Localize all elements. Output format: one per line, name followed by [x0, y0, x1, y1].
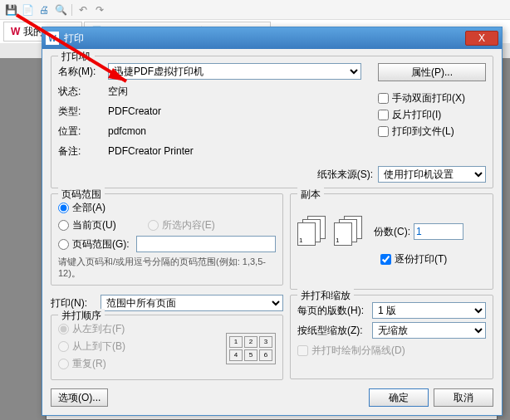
name-label: 名称(M):	[58, 65, 108, 79]
collate-checkbox[interactable]	[380, 254, 391, 265]
scale-label: 按纸型缩放(Z):	[297, 324, 372, 338]
group-title: 并打和缩放	[297, 289, 354, 303]
dialog-title: 打印	[64, 32, 84, 46]
scale-select[interactable]: 无缩放	[372, 322, 486, 339]
where-value: pdfcmon	[108, 125, 146, 137]
type-value: PDFCreator	[108, 105, 161, 117]
redo-icon[interactable]: ↷	[92, 2, 107, 17]
dialog-icon: W	[46, 32, 59, 45]
close-button[interactable]: X	[465, 31, 498, 46]
status-label: 状态:	[58, 85, 108, 99]
wps-icon: W	[11, 26, 20, 37]
tb-label: 从上到下(B)	[72, 339, 125, 354]
copies-group: 副本 3 2 1 3 2 1	[290, 193, 493, 290]
printwhat-select[interactable]: 范围中所有页面	[101, 295, 283, 311]
page-range-group: 页码范围 全部(A) 当前页(U) 所选内容(E) 页码范围(G): 请键入页码…	[51, 193, 283, 286]
cancel-button[interactable]: 取消	[434, 388, 493, 407]
zoom-group: 并打和缩放 每页的版数(H):1 版 按纸型缩放(Z):无缩放 并打时绘制分隔线…	[290, 295, 493, 379]
repeat-radio	[58, 359, 69, 369]
lr-label: 从左到右(F)	[72, 322, 125, 336]
collate-icon: 3 2 1 3 2 1	[297, 216, 365, 247]
tofile-label: 打印到文件(L)	[392, 125, 454, 139]
tb-radio	[58, 341, 69, 352]
pages-label: 页码范围(G):	[72, 237, 130, 252]
undo-icon[interactable]: ↶	[76, 2, 91, 17]
paper-source-label: 纸张来源(S):	[317, 168, 373, 182]
print-dialog: W 打印 X 打印机 名称(M): 迅捷PDF虚拟打印机 状态:空闲 类型:PD…	[42, 27, 503, 416]
printer-group: 打印机 名称(M): 迅捷PDF虚拟打印机 状态:空闲 类型:PDFCreato…	[51, 56, 493, 188]
copies-input[interactable]	[414, 223, 463, 240]
group-title: 副本	[297, 188, 324, 202]
collate-label: 逐份打印(T)	[395, 252, 447, 266]
pdf-icon[interactable]: 📄	[20, 2, 35, 17]
pages-per-sheet-select[interactable]: 1 版	[372, 302, 486, 319]
all-label: 全部(A)	[72, 201, 105, 215]
lr-radio	[58, 324, 69, 335]
properties-button[interactable]: 属性(P)...	[378, 63, 486, 81]
print-order-group: 并打顺序 从左到右(F) 从上到下(B) 重复(R) 1 2 3 4	[51, 315, 283, 380]
duplex-label: 手动双面打印(X)	[392, 91, 465, 105]
main-toolbar: 💾 📄 🖨 🔍 ↶ ↷	[0, 0, 510, 20]
where-label: 位置:	[58, 125, 108, 139]
current-label: 当前页(U)	[72, 218, 116, 232]
count-label: 份数(C):	[374, 225, 410, 239]
pages-radio[interactable]	[58, 239, 69, 250]
options-button[interactable]: 选项(O)...	[51, 388, 108, 407]
dialog-footer: 选项(O)... 确定 取消	[51, 385, 493, 407]
group-title: 打印机	[58, 50, 95, 64]
group-title: 页码范围	[58, 188, 105, 202]
repeat-label: 重复(R)	[72, 357, 106, 371]
comment-label: 备注:	[58, 144, 108, 159]
current-radio[interactable]	[58, 220, 69, 231]
comment-value: PDFCreator Printer	[108, 145, 194, 157]
reverse-label: 反片打印(I)	[392, 108, 441, 122]
tofile-checkbox[interactable]	[378, 126, 389, 137]
drawline-label: 并打时绘制分隔线(D)	[311, 344, 405, 358]
toolbar-separator	[71, 4, 72, 16]
drawline-checkbox	[297, 345, 308, 356]
reverse-checkbox[interactable]	[378, 110, 389, 120]
selection-radio	[148, 220, 159, 231]
type-label: 类型:	[58, 105, 108, 119]
printer-select[interactable]: 迅捷PDF虚拟打印机	[108, 63, 361, 80]
pages-input[interactable]	[136, 236, 276, 252]
dialog-titlebar: W 打印 X	[42, 27, 502, 49]
status-value: 空闲	[108, 85, 128, 99]
selection-label: 所选内容(E)	[162, 218, 215, 232]
save-icon[interactable]: 💾	[3, 2, 18, 17]
paper-source-select[interactable]: 使用打印机设置	[378, 166, 486, 183]
pps-label: 每页的版数(H):	[297, 304, 372, 318]
range-hint: 请键入页码和/或用逗号分隔的页码范围(例如: 1,3,5-12)。	[58, 256, 276, 280]
nup-preview: 1 2 3 4 5 6	[226, 333, 276, 364]
all-radio[interactable]	[58, 203, 69, 213]
print-icon[interactable]: 🖨	[37, 2, 51, 17]
group-title: 并打顺序	[58, 309, 105, 323]
ok-button[interactable]: 确定	[369, 388, 429, 407]
preview-icon[interactable]: 🔍	[53, 2, 68, 17]
printwhat-label: 打印(N):	[51, 296, 101, 310]
duplex-checkbox[interactable]	[378, 93, 389, 104]
